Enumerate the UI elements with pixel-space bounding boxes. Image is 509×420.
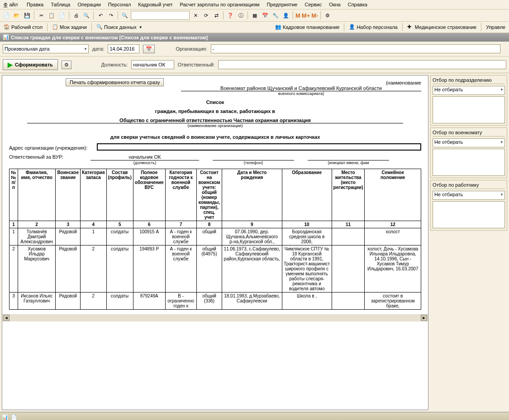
col-header: № № п/п [10, 169, 18, 221]
resp-post-value: начальник ОК [90, 154, 199, 160]
col-header: Полное кодовое обозначение ВУС [133, 169, 165, 221]
table-row: 2Хусамов Ильдар МаркусовичРядовой2солдат… [10, 245, 421, 293]
filter-block-employee: Отбор по работнику Не отбирать [430, 180, 507, 231]
filter-combo-3[interactable]: Не отбирать [433, 191, 505, 200]
menu-help[interactable]: Справка [346, 1, 369, 8]
info-icon[interactable]: ⓘ [236, 11, 245, 20]
cell-cat: 1 [81, 228, 106, 245]
komissariat-sub: военного комиссариата) [181, 91, 421, 96]
save-icon[interactable]: 💾 [23, 11, 32, 20]
refresh-icon[interactable]: ⟳ [201, 11, 210, 20]
cell-comp: солдаты [106, 245, 133, 293]
filter-area-2[interactable] [433, 149, 505, 176]
nav-icon[interactable]: ⇄ [212, 11, 221, 20]
cell-birth: 11.06.1973, с.Сафакулево, Сафакулевский … [222, 245, 282, 293]
col-number: 5 [106, 221, 133, 228]
table-row: 3Иксанов Ильяс ГатаулловичРядовой2солдат… [10, 293, 421, 310]
menu-file[interactable]: Файл [2, 1, 21, 8]
nav-medical[interactable]: ✚Медицинское страхование [405, 23, 478, 31]
date-input[interactable]: 14.04.2016 [108, 44, 139, 53]
col-header: Категория запаса [81, 169, 106, 221]
memory-mminus[interactable]: M- [311, 12, 318, 19]
print-icon[interactable]: 🖨 [71, 11, 81, 20]
h-scrollbar[interactable]: ◄ ► [2, 314, 428, 321]
scroll-left-icon[interactable]: ◄ [3, 315, 10, 321]
form-button[interactable]: ▶Сформировать [3, 59, 58, 70]
data-table: № № п/пФамилия, имя, отчествоВоинское зв… [9, 169, 421, 310]
settings-icon[interactable]: ⚙ [323, 11, 332, 20]
taskbar-item-2[interactable]: 📄 [11, 415, 17, 420]
menu-enterprise[interactable]: Предприятие [265, 1, 300, 8]
preview-icon[interactable]: 🔍 [82, 11, 91, 20]
memory-m[interactable]: M [295, 12, 300, 19]
calendar-icon[interactable]: 📅 [261, 11, 270, 20]
col-number: 6 [133, 221, 165, 228]
resp-vur-label: Ответственный за ВУР: [9, 154, 77, 160]
post-input[interactable]: начальник ОК [131, 60, 174, 69]
menu-payroll[interactable]: Расчет зарплаты по организациям [178, 1, 262, 8]
filter-area-1[interactable] [433, 96, 505, 123]
help-icon[interactable]: ❓ [226, 11, 235, 20]
close-search-icon[interactable]: ✕ [191, 11, 200, 20]
resp-tel-value [213, 154, 294, 160]
report-title-2: граждан, пребывающих в запасе, работающи… [9, 109, 421, 114]
nav-search[interactable]: 🔍Поиск данных▼ [95, 23, 144, 31]
zoom-combo[interactable] [131, 11, 190, 20]
filter-combo-2[interactable]: Не отбирать [433, 138, 505, 147]
scroll-right-icon[interactable]: ► [421, 315, 427, 321]
filter-area-3[interactable] [433, 201, 505, 228]
filter-combo-1[interactable]: Не отбирать [433, 86, 505, 95]
filter-title-2: Отбор по военкомату [433, 130, 505, 137]
menu-personnel[interactable]: Персонал [106, 1, 133, 8]
cell-n: 1 [10, 228, 18, 245]
date-picker-icon[interactable]: 📅 [143, 45, 155, 53]
addr-label: Адрес организации (учреждения): [9, 145, 88, 151]
config-button[interactable]: ⚙ [62, 61, 71, 69]
cell-fam: состоит в зарегистрированном браке, [365, 293, 421, 310]
new-icon[interactable]: 📄 [2, 11, 11, 20]
report-title-1: Список [9, 99, 421, 105]
zoom-icon[interactable]: 🔍 [120, 11, 129, 20]
cell-fit: А - годен к военной службе [165, 245, 196, 293]
search-icon: 🔍 [96, 24, 103, 30]
col-header: Фамилия, имя, отчество [18, 169, 56, 221]
tool-icon[interactable]: 🔧 [271, 11, 280, 20]
print-report-button[interactable]: Печать сформированного отчета сразу [66, 78, 164, 86]
menu-table[interactable]: Таблица [49, 1, 72, 8]
nav-manage[interactable]: Управле [484, 24, 507, 31]
nav-planning[interactable]: 👥Кадровое планирование [273, 23, 341, 31]
desktop-icon: 🏠 [4, 24, 10, 30]
date-mode-combo[interactable]: Произвольная дата [3, 44, 89, 53]
col-header: Состав (профиль) [106, 169, 133, 221]
cell-fam: холост, Дочь - Хусамова Ильнара Ильдаров… [365, 245, 421, 293]
org-input[interactable]: - [211, 44, 500, 53]
cell-edu: Чимлякское СПТУ № 18 Курганской области … [282, 245, 332, 293]
cell-fio: Иксанов Ильяс Гатауллович [18, 293, 56, 310]
menu-windows[interactable]: Окна [327, 1, 343, 8]
resp-input[interactable] [218, 60, 506, 69]
org-label: Организация: [176, 46, 207, 52]
cell-rank: Рядовой [56, 293, 81, 310]
cut-icon[interactable]: ✂ [37, 11, 46, 20]
paste-icon[interactable]: 📄 [57, 11, 67, 20]
calc-icon[interactable]: ▦ [250, 11, 259, 20]
nav-recruit[interactable]: 👤Набор персонала [347, 23, 399, 31]
copy-icon[interactable]: 📋 [47, 11, 56, 20]
redo-icon[interactable]: ↷ [106, 11, 115, 20]
report-org-sub: (наименование организации) [9, 123, 421, 128]
memory-mplus[interactable]: M+ [302, 12, 310, 19]
dropdown-icon: ▼ [139, 25, 143, 29]
menu-service[interactable]: Сервис [303, 1, 323, 8]
open-icon[interactable]: 📂 [12, 11, 21, 20]
nav-desktop[interactable]: 🏠Рабочий стол [2, 23, 44, 31]
cell-fit: В - ограниченно годен к [165, 293, 196, 310]
undo-icon[interactable]: ↶ [96, 11, 105, 20]
user-icon[interactable]: 👤 [281, 11, 290, 20]
menu-ops[interactable]: Операции [76, 1, 102, 8]
menu-edit[interactable]: Правка [25, 1, 45, 8]
nav-tasks[interactable]: 📋Мои задачи [50, 23, 89, 31]
resp-tel-sub: (телефон) [244, 160, 263, 165]
menu-bar: Файл Правка Таблица Операции Персонал Ка… [0, 0, 509, 9]
menu-hr[interactable]: Кадровый учет [136, 1, 174, 8]
taskbar-item[interactable]: 📊 [2, 415, 8, 420]
